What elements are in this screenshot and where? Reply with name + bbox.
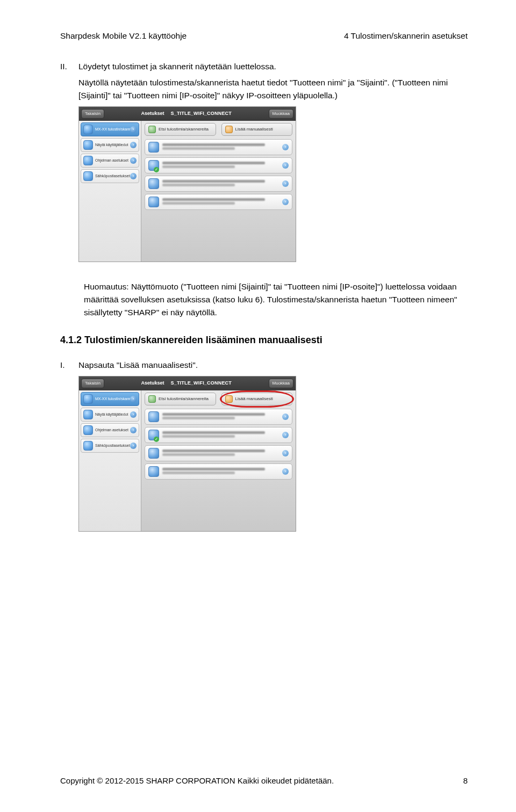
device-row[interactable]: › — [145, 194, 292, 210]
copyright-text: Copyright © 2012-2015 SHARP CORPORATION … — [60, 776, 334, 785]
chevron-right-icon: › — [130, 126, 137, 133]
page-footer: Copyright © 2012-2015 SHARP CORPORATION … — [60, 776, 468, 785]
sidebar-item-user[interactable]: Näytä käyttäjätiedot › — [81, 408, 139, 422]
item2-line1: Löydetyt tulostimet ja skannerit näytetä… — [78, 60, 468, 73]
device-row[interactable]: › — [145, 176, 292, 192]
sidebar-item-printer[interactable]: MX-XX tulostin/skanneri › — [81, 122, 139, 136]
screenshot-2: Takaisin Asetukset S_TITLE_WIFI_CONNECT … — [78, 376, 468, 532]
device-row[interactable]: ✓ › — [145, 427, 292, 443]
user-icon — [83, 410, 93, 419]
chevron-right-icon: › — [282, 162, 289, 169]
list-item-i: I. Napsauta "Lisää manuaalisesti". Takai… — [60, 359, 468, 542]
header-right: 4 Tulostimen/skannerin asetukset — [344, 31, 468, 41]
sidebar-item-label: Sähköpostiasetukset — [95, 173, 130, 179]
device-icon — [148, 411, 159, 422]
list-item-ii: II. Löydetyt tulostimet ja skannerit näy… — [60, 60, 468, 273]
user-icon — [83, 140, 93, 150]
chevron-right-icon: › — [282, 180, 289, 187]
check-icon: ✓ — [154, 167, 159, 172]
note-paragraph: Huomautus: Näyttömuoto ("Tuotteen nimi [… — [84, 280, 468, 319]
window-title: S_TITLE_WIFI_CONNECT — [170, 110, 232, 118]
sidebar-item-settings[interactable]: Ohjelman asetukset › — [81, 423, 139, 437]
chevron-right-icon: › — [130, 443, 137, 449]
edit-button[interactable]: Muokkaa — [269, 379, 293, 388]
screenshot-1: Takaisin Asetukset S_TITLE_WIFI_CONNECT … — [78, 106, 468, 262]
chevron-right-icon: › — [282, 468, 289, 475]
sidebar-item-label: Näytä käyttäjätiedot — [95, 142, 128, 148]
chevron-right-icon: › — [130, 396, 137, 402]
search-printers-button[interactable]: Etsi tulostimia/skannereita — [145, 393, 216, 405]
marker-ii: II. — [60, 60, 71, 73]
chevron-right-icon: › — [282, 414, 289, 420]
search-printers-button[interactable]: Etsi tulostimia/skannereita — [145, 123, 216, 136]
sidebar-item-printer[interactable]: MX-XX tulostin/skanneri › — [81, 392, 139, 406]
device-icon — [148, 178, 159, 189]
mail-icon — [83, 441, 93, 451]
chevron-right-icon: › — [282, 450, 289, 456]
chevron-right-icon: › — [282, 432, 289, 438]
chevron-right-icon: › — [130, 142, 137, 148]
sidebar-item-label: MX-XX tulostin/skanneri — [95, 396, 135, 402]
back-button[interactable]: Takaisin — [81, 379, 104, 388]
printer-icon — [83, 394, 93, 404]
sidebar-item-label: MX-XX tulostin/skanneri — [95, 127, 135, 133]
window-title: S_TITLE_WIFI_CONNECT — [170, 380, 232, 387]
sidebar-item-label: Näytä käyttäjätiedot — [95, 412, 128, 418]
device-row[interactable]: › — [145, 445, 292, 461]
sidebar-item-settings[interactable]: Ohjelman asetukset › — [81, 154, 139, 168]
sidebar-item-email[interactable]: Sähköpostiasetukset › — [81, 439, 139, 453]
add-manually-button[interactable]: Lisää manuaalisesti — [221, 123, 293, 136]
search-icon — [148, 126, 156, 133]
item2-para: Näytöllä näytetään tulostimesta/skanneri… — [78, 76, 468, 102]
sidebar-item-label: Ohjelman asetukset — [95, 427, 128, 433]
gear-icon — [83, 156, 93, 165]
chevron-right-icon: › — [130, 411, 137, 418]
chevron-right-icon: › — [282, 144, 289, 150]
page-number: 8 — [463, 776, 468, 785]
device-row[interactable]: › — [145, 139, 292, 155]
plus-icon — [225, 126, 233, 133]
sidebar-header-label: Asetukset — [141, 110, 164, 118]
button-label: Etsi tulostimia/skannereita — [159, 396, 209, 402]
titlebar: Takaisin Asetukset S_TITLE_WIFI_CONNECT … — [79, 107, 296, 121]
device-icon — [148, 448, 159, 459]
header-left: Sharpdesk Mobile V2.1 käyttöohje — [60, 31, 187, 41]
page-header: Sharpdesk Mobile V2.1 käyttöohje 4 Tulos… — [60, 31, 468, 41]
check-icon: ✓ — [154, 437, 159, 442]
chevron-right-icon: › — [130, 157, 137, 164]
sidebar-item-label: Ohjelman asetukset — [95, 158, 128, 164]
printer-icon — [83, 125, 93, 134]
sidebar-header-label: Asetukset — [141, 380, 164, 387]
search-icon — [148, 395, 156, 403]
button-label: Etsi tulostimia/skannereita — [159, 126, 209, 133]
device-icon — [148, 197, 159, 207]
sidebar-item-label: Sähköpostiasetukset — [95, 443, 130, 449]
sidebar-item-email[interactable]: Sähköpostiasetukset › — [81, 169, 139, 183]
chevron-right-icon: › — [282, 199, 289, 205]
sidebar: MX-XX tulostin/skanneri › Näytä käyttäjä… — [79, 121, 141, 262]
back-button[interactable]: Takaisin — [81, 109, 104, 119]
gear-icon — [83, 425, 93, 435]
device-row[interactable]: ✓ › — [145, 157, 292, 173]
chevron-right-icon: › — [130, 173, 137, 179]
sidebar-item-user[interactable]: Näytä käyttäjätiedot › — [81, 138, 139, 152]
add-manually-button[interactable]: Lisää manuaalisesti — [221, 393, 293, 405]
device-row[interactable]: › — [145, 409, 292, 425]
chevron-right-icon: › — [130, 427, 137, 433]
mail-icon — [83, 171, 93, 181]
device-icon — [148, 466, 159, 477]
edit-button[interactable]: Muokkaa — [269, 109, 293, 119]
marker-i: I. — [60, 359, 71, 372]
button-label: Lisää manuaalisesti — [235, 126, 273, 133]
titlebar: Takaisin Asetukset S_TITLE_WIFI_CONNECT … — [79, 376, 296, 390]
section-heading: 4.1.2 Tulostimien/skannereiden lisäämine… — [60, 333, 468, 348]
device-icon — [148, 142, 159, 153]
sidebar: MX-XX tulostin/skanneri › Näytä käyttäjä… — [79, 390, 141, 531]
highlight-circle — [220, 390, 295, 408]
device-row[interactable]: › — [145, 463, 292, 480]
step1-text: Napsauta "Lisää manuaalisesti". — [78, 359, 468, 372]
